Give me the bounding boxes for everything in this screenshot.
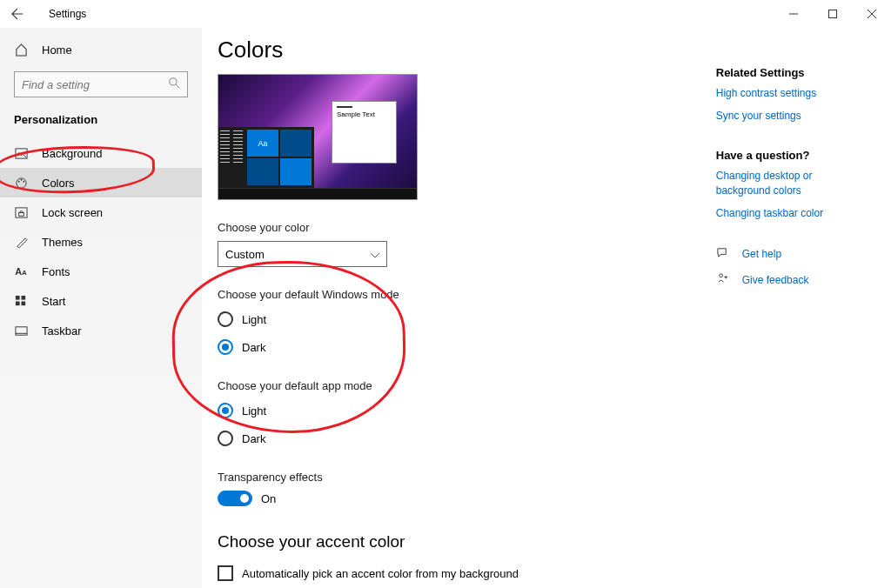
link-give-feedback[interactable]: Give feedback	[742, 273, 809, 287]
svg-point-1	[170, 78, 177, 85]
home-icon	[14, 43, 28, 57]
minimize-button[interactable]	[774, 0, 813, 28]
sidebar-item-lockscreen[interactable]: Lock screen	[0, 197, 202, 227]
auto-pick-checkbox[interactable]: Automatically pick an accent color from …	[218, 565, 681, 581]
sidebar-home-label: Home	[42, 43, 72, 57]
color-preview: Aa Sample Text	[218, 74, 418, 200]
svg-rect-8	[18, 212, 23, 216]
sidebar-item-label: Fonts	[42, 265, 70, 278]
sidebar-item-label: Background	[42, 147, 102, 160]
link-high-contrast[interactable]: High contrast settings	[716, 86, 865, 100]
sidebar-item-label: Lock screen	[42, 206, 103, 219]
sidebar-item-label: Taskbar	[42, 324, 82, 337]
sidebar-item-label: Colors	[42, 177, 75, 190]
app-mode-light[interactable]: Light	[218, 399, 681, 422]
app-mode-label: Choose your default app mode	[218, 379, 681, 392]
windows-mode-dark[interactable]: Dark	[218, 336, 681, 358]
radio-icon	[218, 311, 233, 327]
feedback-icon	[716, 272, 730, 288]
font-icon: AA	[14, 264, 28, 278]
search-field[interactable]	[22, 78, 169, 91]
back-button[interactable]	[0, 0, 35, 28]
related-heading: Related Settings	[716, 66, 865, 79]
brush-icon	[14, 235, 28, 249]
transparency-state: On	[261, 492, 276, 505]
link-changing-desktop-colors[interactable]: Changing desktop or background colors	[716, 169, 865, 197]
maximize-button[interactable]	[813, 0, 852, 28]
window-title: Settings	[35, 8, 86, 20]
windows-mode-light[interactable]: Light	[218, 308, 681, 331]
radio-icon	[218, 339, 233, 355]
maximize-icon	[828, 10, 837, 18]
sidebar-section-label: Personalization	[0, 108, 202, 138]
accent-heading: Choose your accent color	[218, 532, 681, 551]
close-icon	[868, 10, 876, 18]
close-button[interactable]	[852, 0, 891, 28]
preview-tile-aa: Aa	[247, 130, 278, 157]
page-title: Colors	[218, 37, 681, 63]
preview-sample-text: Sample Text	[337, 110, 396, 118]
help-icon	[716, 246, 730, 262]
sidebar-item-themes[interactable]: Themes	[0, 227, 202, 257]
transparency-label: Transparency effects	[218, 471, 681, 484]
picture-icon	[14, 146, 28, 160]
svg-rect-11	[15, 301, 19, 305]
sidebar: Home Personalization Background Colors L…	[0, 28, 202, 588]
preview-window: Sample Text	[332, 101, 397, 164]
sidebar-item-label: Start	[42, 295, 65, 308]
svg-point-14	[720, 274, 723, 277]
minimize-icon	[789, 10, 798, 18]
chevron-down-icon	[371, 248, 379, 261]
svg-rect-12	[21, 301, 25, 305]
preview-taskbar	[218, 188, 417, 199]
preview-start-menu: Aa	[218, 127, 314, 188]
link-get-help[interactable]: Get help	[742, 247, 781, 261]
sidebar-item-taskbar[interactable]: Taskbar	[0, 316, 202, 345]
sidebar-home[interactable]: Home	[0, 35, 202, 64]
titlebar: Settings	[0, 0, 891, 28]
start-icon	[14, 294, 28, 308]
checkbox-icon	[218, 565, 233, 581]
svg-point-4	[17, 180, 19, 182]
radio-icon	[218, 403, 233, 418]
search-input[interactable]	[14, 71, 188, 97]
choose-color-select[interactable]: Custom	[218, 241, 387, 267]
radio-icon	[218, 431, 233, 446]
app-mode-dark[interactable]: Dark	[218, 427, 681, 450]
svg-rect-10	[21, 295, 25, 299]
link-sync-settings[interactable]: Sync your settings	[716, 109, 865, 123]
related-panel: Related Settings High contrast settings …	[716, 37, 865, 588]
sidebar-item-colors[interactable]: Colors	[0, 168, 202, 197]
search-icon	[169, 77, 180, 91]
svg-point-6	[23, 180, 24, 182]
transparency-toggle[interactable]	[218, 491, 252, 506]
svg-rect-9	[15, 295, 19, 299]
question-heading: Have a question?	[716, 149, 865, 162]
svg-rect-0	[828, 10, 836, 18]
palette-icon	[14, 176, 28, 190]
choose-color-label: Choose your color	[218, 221, 681, 234]
back-arrow-icon	[11, 8, 23, 20]
sidebar-item-background[interactable]: Background	[0, 138, 202, 168]
sidebar-item-fonts[interactable]: AA Fonts	[0, 257, 202, 286]
choose-color-value: Custom	[225, 248, 265, 261]
lock-icon	[14, 205, 28, 219]
taskbar-icon	[14, 324, 28, 337]
svg-point-5	[20, 178, 22, 180]
windows-mode-label: Choose your default Windows mode	[218, 288, 681, 301]
link-changing-taskbar-color[interactable]: Changing taskbar color	[716, 206, 865, 220]
sidebar-item-start[interactable]: Start	[0, 286, 202, 316]
sidebar-item-label: Themes	[42, 236, 83, 249]
